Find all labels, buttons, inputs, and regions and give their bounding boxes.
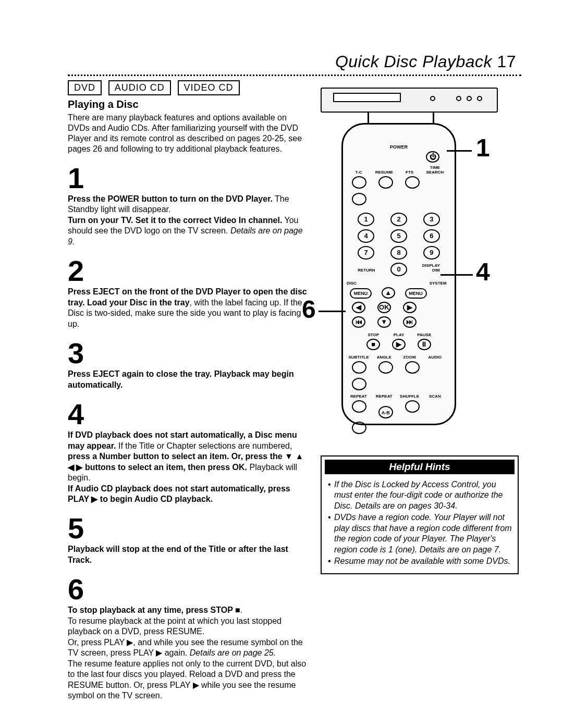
- stop-label: STOP: [361, 332, 385, 337]
- manual-page: Quick Disc Playback 17 DVD AUDIO CD VIDE…: [0, 0, 563, 728]
- hints-body: If the Disc is Locked by Access Control,…: [322, 477, 518, 573]
- system-menu-button: MENU: [405, 288, 427, 299]
- shuffle-button: [405, 400, 420, 413]
- zoom-label: ZOOM: [398, 355, 422, 360]
- step-3a-bold: Press EJECT again to close the tray. Pla…: [68, 369, 294, 389]
- power-label: POWER: [347, 144, 451, 150]
- player-button-icon: [467, 96, 472, 101]
- repeat-ab-label: REPEAT: [372, 394, 396, 399]
- key-8: 8: [390, 246, 407, 260]
- hint-item: Resume may not be available with some DV…: [327, 556, 512, 566]
- tc-label: T-C: [347, 170, 371, 175]
- repeat-label: REPEAT: [347, 394, 371, 399]
- key-6: 6: [423, 229, 440, 243]
- key-5: 5: [390, 229, 407, 243]
- player-button-icon: [477, 96, 482, 101]
- angle-button: [378, 361, 393, 374]
- step-6: To stop playback at any time, press STOP…: [68, 605, 308, 701]
- dvd-player-illustration: [321, 81, 519, 118]
- key-4: 4: [358, 229, 374, 243]
- section-title: Playing a Disc: [68, 98, 308, 110]
- step-1: Press the POWER button to turn on the DV…: [68, 194, 308, 247]
- fts-label: FTS: [398, 170, 422, 175]
- step-number-3: 3: [68, 339, 308, 368]
- subtitle-button: [352, 361, 366, 374]
- repeat-button: [352, 400, 366, 413]
- scan-button: [352, 422, 366, 434]
- step-5: Playback will stop at the end of the Tit…: [68, 544, 308, 565]
- pause-label: PAUSE: [412, 332, 436, 337]
- callout-line: [447, 150, 472, 152]
- timesearch-button: [352, 193, 366, 205]
- helpful-hints-box: Helpful Hints If the Disc is Locked by A…: [321, 455, 519, 574]
- nav-right-icon: ▶: [403, 302, 417, 313]
- power-button-icon: ⏻: [426, 151, 439, 163]
- hint-item: DVDs have a region code. Your Player wil…: [327, 512, 512, 555]
- ok-button: OK: [377, 302, 391, 313]
- angle-label: ANGLE: [372, 355, 396, 360]
- left-column: DVD AUDIO CD VIDEO CD Playing a Disc The…: [68, 80, 308, 701]
- nav-left-icon: ◀: [352, 302, 365, 313]
- hints-title: Helpful Hints: [322, 456, 518, 477]
- step-2: Press EJECT on the front of the DVD Play…: [68, 287, 308, 329]
- pause-button-icon: ⏸: [418, 339, 431, 350]
- key-3: 3: [423, 213, 440, 226]
- nav-down-icon: ▼: [377, 316, 391, 328]
- right-column: 2-3 POWER ⏻ T-C RESUME FTS TIME SEARCH: [321, 80, 519, 701]
- callout-6: 6: [302, 295, 316, 324]
- nav-up-icon: ▲: [382, 287, 395, 299]
- step-number-2: 2: [68, 256, 308, 286]
- remote-illustration: POWER ⏻ T-C RESUME FTS TIME SEARCH: [321, 123, 519, 446]
- callout-line: [440, 274, 473, 276]
- tag-audio-cd: AUDIO CD: [108, 80, 171, 95]
- step-3: Press EJECT again to close the tray. Pla…: [68, 369, 308, 390]
- subtitle-label: SUBTITLE: [347, 355, 371, 360]
- step-6c: The resume feature applies not only to t…: [68, 659, 306, 700]
- step-6a-punct: .: [240, 606, 242, 614]
- audio-button: [352, 378, 366, 390]
- player-button-icon: [430, 96, 435, 101]
- tag-dvd: DVD: [68, 80, 102, 95]
- zoom-button: [405, 361, 420, 374]
- callout-1: 1: [476, 133, 490, 162]
- timesearch-label: TIME SEARCH: [423, 165, 447, 175]
- disc-label: DISC: [347, 281, 371, 286]
- step-6a-rest: To resume playback at the point at which…: [68, 616, 282, 636]
- callout-4: 4: [476, 257, 490, 286]
- key-2: 2: [390, 213, 407, 226]
- return-label: RETURN: [358, 268, 382, 273]
- tc-button: [352, 176, 366, 189]
- shuffle-label: SHUFFLE: [398, 394, 422, 399]
- key-7: 7: [358, 246, 374, 260]
- key-9: 9: [423, 246, 440, 260]
- page-header: Quick Disc Playback 17: [68, 52, 521, 71]
- page-title: Quick Disc Playback: [335, 52, 492, 71]
- step-6b-italic: Details are on page 25.: [190, 648, 276, 657]
- step-5a-bold: Playback will stop at the end of the Tit…: [68, 545, 288, 564]
- hint-item: If the Disc is Locked by Access Control,…: [327, 479, 512, 511]
- step-number-1: 1: [68, 164, 308, 193]
- remote-buttons: POWER ⏻ T-C RESUME FTS TIME SEARCH: [347, 144, 451, 437]
- intro-text: There are many playback features and opt…: [68, 113, 308, 154]
- dotted-divider: [68, 75, 521, 76]
- player-button-icon: [456, 96, 461, 101]
- tag-video-cd: VIDEO CD: [178, 80, 240, 95]
- step-4a-rest: If the Title or Chapter selections are n…: [116, 441, 292, 450]
- callout-line: [319, 311, 346, 312]
- disc-tray-icon: [333, 93, 401, 102]
- step-number-4: 4: [68, 400, 308, 429]
- page-number: 17: [497, 52, 516, 71]
- key-0: 0: [390, 263, 407, 276]
- fts-button: [405, 176, 420, 189]
- scan-label: SCAN: [423, 394, 447, 399]
- step-4: If DVD playback does not start automatic…: [68, 430, 308, 504]
- step-number-5: 5: [68, 514, 308, 543]
- resume-label: RESUME: [372, 170, 396, 175]
- system-label: SYSTEM: [423, 281, 447, 286]
- next-track-icon: ⏭: [403, 316, 417, 328]
- format-tags: DVD AUDIO CD VIDEO CD: [68, 80, 308, 95]
- step-1a-bold: Press the POWER button to turn on the DV…: [68, 194, 273, 203]
- key-1: 1: [358, 213, 374, 226]
- step-number-6: 6: [68, 575, 308, 604]
- step-6a-bold: To stop playback at any time, press STOP…: [68, 606, 240, 614]
